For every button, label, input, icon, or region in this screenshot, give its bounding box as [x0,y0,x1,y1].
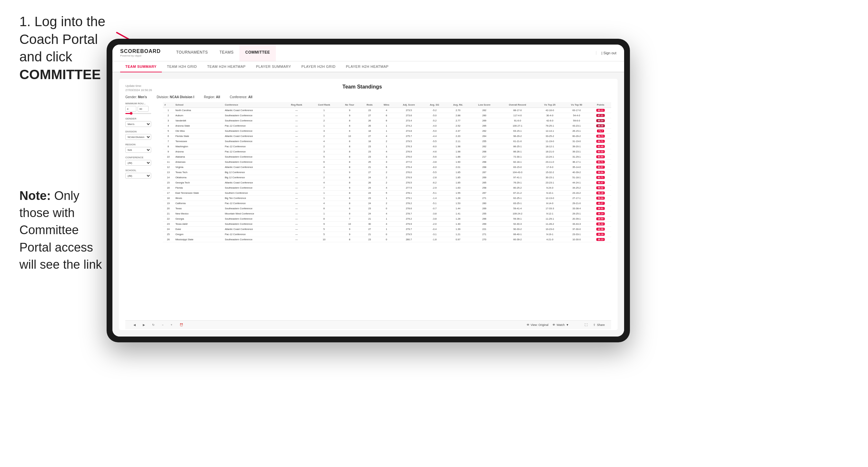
data-cell: 2 [378,201,395,206]
subnav-team-h2h-grid[interactable]: TEAM H2H GRID [162,61,202,72]
nav-teams[interactable]: TEAMS [214,44,240,61]
subnav-player-h2h-heatmap[interactable]: PLAYER H2H HEATMAP [341,61,394,72]
data-cell: 96-29-2 [499,134,536,139]
rank-cell: 7 [163,139,174,144]
region-sidebar-label: Region [125,143,158,146]
data-cell: 0.97 [446,237,470,242]
data-cell: 27 [361,170,378,175]
standings-card: Update time: 27/03/2024 16:56:26 Team St… [119,79,618,330]
conference-cell: Big Ten Conference [223,196,283,201]
points-cell: 60.94 [590,154,611,160]
data-cell: -6.2 [423,180,446,185]
data-cell: 88-17-0 [499,108,536,113]
watch-button[interactable]: 👁 Watch ▼ [552,323,569,326]
data-cell: 8 [338,175,361,180]
data-cell: 21 [361,165,378,170]
school-select[interactable]: (All) [125,173,151,179]
data-cell: 9-12-1 [536,211,563,216]
data-cell: 91-6-0 [499,118,536,123]
data-cell: 271 [470,196,499,201]
table-row: 23Texas A&MSoutheastern Conference—91030… [163,222,611,227]
data-cell: -5.1 [423,191,446,196]
data-cell: 276.5 [395,180,423,185]
data-cell: 18-12-1 [536,144,563,149]
toolbar-fullscreen[interactable]: ⛶ [583,323,589,327]
data-cell: 221 [470,227,499,232]
nav-tournaments[interactable]: TOURNAMENTS [170,44,214,61]
table-row: 11ArkansasSoutheastern Conference—682532… [163,160,611,165]
nav-committee[interactable]: COMMITTEE [239,44,276,61]
data-cell: -6.0 [423,144,446,149]
toolbar-forward[interactable]: ▶ [141,323,147,327]
data-cell: 87-21-2 [499,191,536,196]
points-badge: 60.71 [596,176,605,179]
conference-cell: Atlantic Coast Conference [223,180,283,185]
data-cell: 0 [378,232,395,237]
data-cell: 59-39-1 [499,216,536,222]
points-cell: 68.73 [590,134,611,139]
data-cell: -6.0 [423,165,446,170]
points-badge: 68.73 [596,135,605,137]
table-row: 13Texas TechBig 12 Conference—19272276.0… [163,170,611,175]
sign-out-button[interactable]: | Sign out [596,51,616,55]
points-badge: 89.11 [596,109,605,112]
subnav-player-summary[interactable]: PLAYER SUMMARY [251,61,296,72]
col-vs-top25: Vs Top 25 [536,102,563,108]
subnav-team-summary[interactable]: TEAM SUMMARY [120,61,162,72]
view-button[interactable]: 👁 View: Original [527,323,549,326]
data-cell: — [283,113,310,118]
sub-nav: TEAM SUMMARY TEAM H2H GRID TEAM H2H HEAT… [113,61,624,72]
points-badge: 86.54 [596,119,605,122]
school-cell: Georgia Tech [174,180,223,185]
gender-select[interactable]: Men's [125,121,151,127]
data-cell: 5 [310,154,338,160]
rounds-slider[interactable] [125,113,151,114]
data-cell: 20-39-1 [563,216,590,222]
data-cell: 268 [470,149,499,154]
col-school: School [174,102,223,108]
school-cell: Auburn [174,113,223,118]
data-cell: 12-14-1 [536,128,563,134]
toolbar-refresh[interactable]: ↻ [151,323,156,327]
conference-group: Conference (All) [125,156,158,166]
data-cell: -5.2 [423,108,446,113]
division-select[interactable]: NCAA Division I [125,134,151,140]
data-cell: 72-30-1 [499,154,536,160]
toolbar-zoom-out[interactable]: − [160,323,165,327]
toolbar-back[interactable]: ◀ [132,323,137,327]
rank-cell: 24 [163,227,174,232]
data-cell: — [283,149,310,154]
share-button[interactable]: ⇧ Share [593,323,605,326]
table-row: 19CaliforniaPac-12 Conference—48242278.2… [163,201,611,206]
toolbar-clock[interactable]: ⏰ [178,323,185,327]
data-cell: 267 [470,191,499,196]
data-cell: 40-39-2 [563,170,590,175]
data-cell: 8 [338,180,361,185]
region-select[interactable]: N/A [125,147,151,153]
conference-select[interactable]: (All) [125,160,151,166]
data-cell: 279.5 [395,232,423,237]
data-cell: 6 [378,118,395,123]
data-cell: 4 [378,222,395,227]
max-rounds-input[interactable] [137,106,149,112]
standings-table: # School Conference Reg Rank Conf Rank N… [163,102,611,242]
subnav-player-h2h-grid[interactable]: PLAYER H2H GRID [296,61,341,72]
data-cell: 1.85 [446,175,470,180]
data-cell: 90-33-2 [499,227,536,232]
school-cell: North Carolina [174,108,223,113]
min-rounds-input[interactable] [125,106,136,112]
data-cell: 270 [470,237,499,242]
subnav-team-h2h-heatmap[interactable]: TEAM H2H HEATMAP [202,61,251,72]
data-cell: 269 [470,175,499,180]
data-cell: 274.8 [395,128,423,134]
data-cell: 4 [378,149,395,154]
data-cell: 1 [378,123,395,128]
toolbar-zoom-in[interactable]: + [169,323,174,327]
region-group: Region N/A [125,143,158,153]
data-cell: 1 [378,144,395,149]
min-rounds-group: Minimum Rou... [125,102,158,114]
data-cell: 9-19-1 [536,232,563,237]
min-rounds-control [125,106,158,112]
data-cell: 18 [361,139,378,144]
data-cell: 217 [470,154,499,160]
